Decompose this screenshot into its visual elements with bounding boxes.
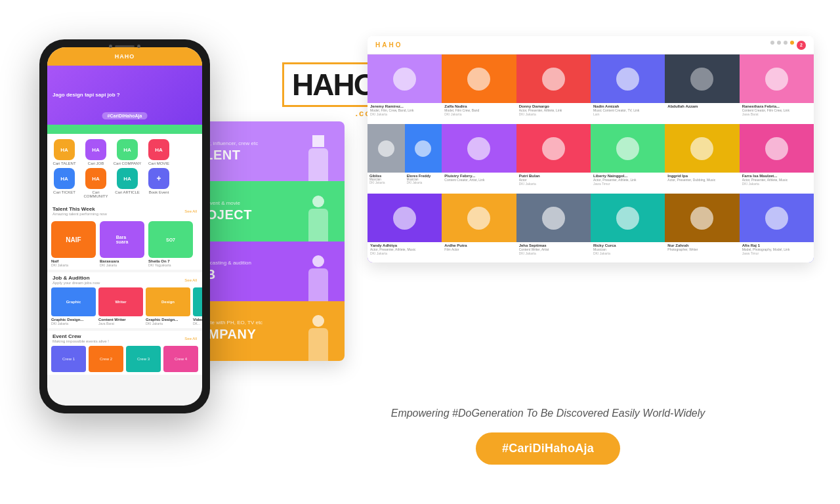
phone-hero-badge: #CariDiHahoAja xyxy=(102,112,148,119)
db-cell-zalfa[interactable]: Zalfa Nadira Model, Film Crew, Band DKI … xyxy=(442,54,516,124)
camera-dot-2 xyxy=(137,45,140,48)
db-dot-1 xyxy=(770,41,774,45)
db-cell-jeremy[interactable]: Jeremy Ramirez... Model, Film, Crew, Ban… xyxy=(368,54,442,124)
phone-status-bar: HAHO xyxy=(47,47,202,66)
db-notification: 2 xyxy=(797,41,806,50)
phone-icon-box-article: HA xyxy=(117,168,138,189)
phone-green-bar xyxy=(47,125,202,134)
phone-camera xyxy=(109,45,140,48)
phone-job-img-4: Video xyxy=(193,287,202,316)
phone-icon-box-job: HA xyxy=(85,139,106,160)
phone-talent-header: Talent This Week Amazing talent performi… xyxy=(47,203,202,219)
db-cell-putri[interactable]: Putri Bulan Actor DKI Jakarta xyxy=(516,124,591,194)
db-cell-liberty[interactable]: Liberty Nainggol... Actor, Presenter, At… xyxy=(591,124,665,194)
db-cell-elores[interactable]: Elores Freddy Musician DKI Jakarta xyxy=(405,124,442,194)
phone-icon-job[interactable]: HA Cari JOB xyxy=(81,139,110,165)
cta-button[interactable]: #CariDiHahoAja xyxy=(476,432,620,465)
phone-talent-sheila[interactable]: SO7 Sheila On 7 DKI Yogyakarta xyxy=(148,221,193,267)
phone-event-2[interactable]: Crew 2 xyxy=(89,346,123,372)
db-section: HAHO 2 Jeremy Ramirez... Model, Film, Cr… xyxy=(368,36,814,262)
db-cell-inggrid[interactable]: Inggrid Ipa Actor, Presenter, Dubbing, M… xyxy=(665,124,739,194)
phone-icon-label-talent: Cari TALENT xyxy=(52,161,75,165)
phone-talent-loc-naif: DKI Jakarta xyxy=(51,263,96,267)
phone-icon-label-book: Book Event xyxy=(149,190,169,194)
phone-job-header: Job & Audition Apply your dream jobs now… xyxy=(47,272,202,287)
menu-job-figure xyxy=(292,242,345,301)
phone-icon-label-article: Cari ARTICLE xyxy=(115,190,140,194)
phone-app-name: HAHO xyxy=(115,53,135,60)
phone-hero: Jago design tapi sapi job ? #CariDiHahoA… xyxy=(47,66,202,125)
phone-talent-barasuara[interactable]: Barasuara Barasuara DKI Jakarta xyxy=(100,221,144,267)
db-cell-jeha[interactable]: Jeha Septimas Content Writer, Artist DKI… xyxy=(516,194,591,262)
db-cell-farra[interactable]: Farra Isa Maulzet... Actor, Presenter, A… xyxy=(740,124,814,194)
phone-job-card-2[interactable]: Writer Content Writer Java Barat xyxy=(98,287,143,326)
phone-event-header: Event Crew Making impossible events aliv… xyxy=(47,331,202,346)
phone-icons-grid: HA Cari TALENT HA Cari JOB HA Cari COMPA… xyxy=(47,134,202,203)
phone-job-img-2: Writer xyxy=(98,287,143,316)
phone-icon-community[interactable]: HA Cari COMMUNITY xyxy=(81,168,110,198)
camera-dot xyxy=(109,45,112,48)
db-cell-ranesthara[interactable]: Ranesthara Febria... Content Creator, Fi… xyxy=(740,54,814,124)
phone-job-title: Job & Audition xyxy=(52,275,100,281)
phone-talent-naif[interactable]: NAIF Naif DKI Jakarta xyxy=(51,221,96,267)
phone-event-sub: Making impossible events alive ! xyxy=(52,339,109,343)
phone-screen: HAHO Jago design tapi sapi job ? #CariDi… xyxy=(47,47,202,406)
empowering-text: Empowering #DoGeneration To Be Discovere… xyxy=(282,408,814,419)
logo-text: HAHO xyxy=(292,67,375,102)
phone-icon-talent[interactable]: HA Cari TALENT xyxy=(50,139,79,165)
phone-icon-box-community: HA xyxy=(85,168,106,189)
db-cell-nur[interactable]: Nur Zahrah Photographer, Writer xyxy=(665,194,739,262)
phone-event-4[interactable]: Crew 4 xyxy=(163,346,198,372)
db-cell-yandy[interactable]: Yandy Adhitya Actor, Presenter, Athlete,… xyxy=(368,194,442,262)
phone-job-card-1[interactable]: Graphic Graphic Design... DKI Jakarta xyxy=(51,287,96,326)
phone-icon-box-movie: HA xyxy=(148,139,169,160)
db-cell-nadin[interactable]: Nadin Amizah Music Content Creator, TV, … xyxy=(591,54,665,124)
phone-talent-loc-barasuara: DKI Jakarta xyxy=(100,263,144,267)
db-cell-donny[interactable]: Donny Damargo Actor, Presenter, Athlete,… xyxy=(516,54,591,124)
phone-job-card-4[interactable]: Video Video... DK... xyxy=(193,287,202,326)
db-dot-2 xyxy=(777,41,781,45)
phone-job-card-3[interactable]: Design Graphic Design... DKI Jakarta xyxy=(146,287,190,326)
phone-icon-label-movie: Cari MOVIE xyxy=(148,161,169,165)
phone-job-loc-1: DKI Jakarta xyxy=(51,322,96,326)
phone-outer: HAHO Jago design tapi sapi job ? #CariDi… xyxy=(39,39,210,413)
db-logo: HAHO xyxy=(375,41,402,49)
phone-icon-box-talent: HA xyxy=(54,139,75,160)
phone-icon-article[interactable]: HA Cari ARTICLE xyxy=(113,168,142,198)
phone-job-loc-4: DK... xyxy=(193,322,202,326)
menu-company-figure xyxy=(292,301,345,361)
db-loc-jeremy: DKI Jakarta xyxy=(370,112,439,116)
bottom-section: Empowering #DoGeneration To Be Discovere… xyxy=(282,408,814,465)
phone-icon-box-book: + xyxy=(148,168,169,189)
db-cell-ardhe[interactable]: Ardhe Putra Film Actor xyxy=(442,194,516,262)
phone-icon-ticket[interactable]: HA Cari TICKET xyxy=(50,168,79,198)
db-cell-pluistry[interactable]: Pluistry Febrry... Content Creator, Arti… xyxy=(442,124,516,194)
phone-icon-movie[interactable]: HA Cari MOVIE xyxy=(144,139,173,165)
phone-icon-label-job: Cari JOB xyxy=(88,161,104,165)
menu-talent-figure xyxy=(292,121,345,181)
phone-job-see-all[interactable]: See All xyxy=(184,278,197,282)
phone-hero-text: Jago design tapi sapi job ? xyxy=(52,92,120,98)
phone-event-title: Event Crew xyxy=(52,333,109,339)
phone-talent-img-sheila: SO7 xyxy=(148,221,193,258)
db-cell-ricky[interactable]: Ricky Curca Musician DKI Jakarta xyxy=(591,194,665,262)
phone-job-row: Graphic Graphic Design... DKI Jakarta Wr… xyxy=(47,287,202,328)
phone-talent-img-naif: NAIF xyxy=(51,221,96,258)
db-dots: 2 xyxy=(770,41,806,50)
db-cell-abdullah[interactable]: Abdullah Azzam xyxy=(665,54,739,124)
phone-event-3[interactable]: Crew 3 xyxy=(126,346,161,372)
phone-icon-company[interactable]: HA Cari COMPANY xyxy=(113,139,142,165)
phone-talent-row: NAIF Naif DKI Jakarta Barasuara Barasuar… xyxy=(47,219,202,270)
phone-event-see-all[interactable]: See All xyxy=(184,337,197,341)
phone-event-1[interactable]: Crew 1 xyxy=(51,346,86,372)
db-cell-gibliss[interactable]: Gibliss Musician DKI Jakarta xyxy=(368,124,405,194)
phone-icon-book[interactable]: + Book Event xyxy=(144,168,173,198)
db-header: HAHO 2 xyxy=(368,36,814,54)
phone-icon-label-community: Cari COMMUNITY xyxy=(81,190,110,198)
db-dot-active xyxy=(790,41,794,45)
phone-talent-see-all[interactable]: See All xyxy=(184,209,197,213)
phone-icon-label-company: Cari COMPANY xyxy=(114,161,142,165)
phone-talent-img-barasuara: Barasuara xyxy=(100,221,144,258)
phone-job-sub: Apply your dream jobs now xyxy=(52,281,100,285)
db-cell-afis[interactable]: Afis Raj 1 Model, Photography, Model, Li… xyxy=(740,194,814,262)
